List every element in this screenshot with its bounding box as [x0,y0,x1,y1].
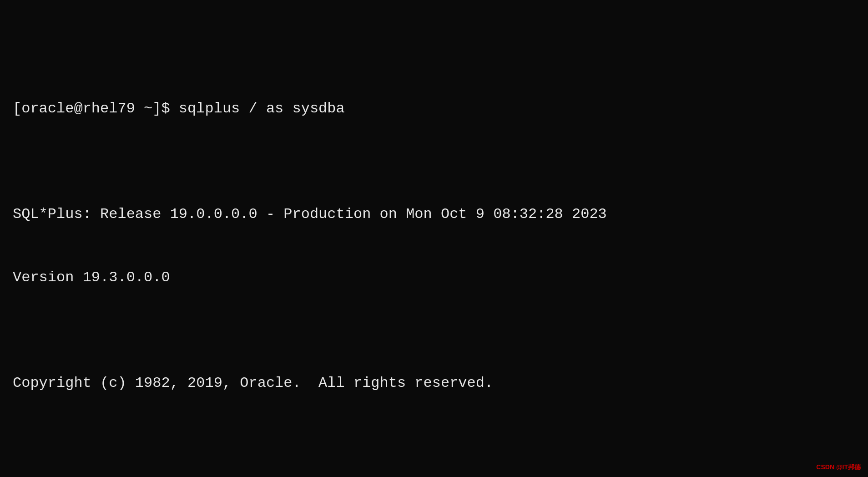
terminal-window: [oracle@rhel79 ~]$ sqlplus / as sysdba S… [5,9,863,468]
terminal-content: [oracle@rhel79 ~]$ sqlplus / as sysdba S… [13,56,855,477]
line-command: [oracle@rhel79 ~]$ sqlplus / as sysdba [13,98,855,119]
line-version-1: Version 19.3.0.0.0 [13,267,855,288]
line-sqlplus-release: SQL*Plus: Release 19.0.0.0.0 - Productio… [13,204,855,225]
watermark-text: CSDN @IT邦德 [816,463,861,472]
line-copyright: Copyright (c) 1982, 2019, Oracle. All ri… [13,373,855,394]
